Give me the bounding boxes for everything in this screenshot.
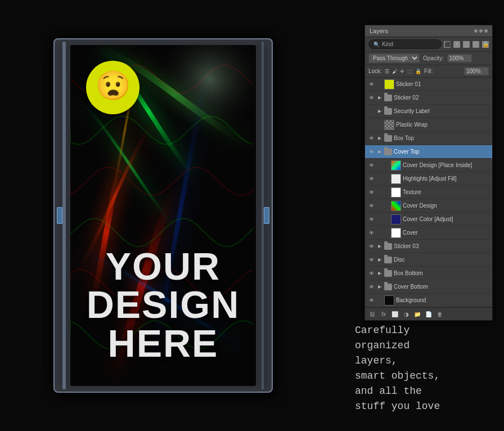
caption-line3: layers, [355, 355, 398, 366]
layer-row[interactable]: 👁▶Cover Top [365, 145, 492, 159]
layer-row[interactable]: ▶Security Label [365, 105, 492, 118]
filter-pixel-icon[interactable]: ⬛ [444, 41, 451, 48]
holographic-background: 😧 YOUR DESIGN HERE [70, 45, 256, 386]
layer-visibility-icon[interactable]: 👁 [367, 80, 375, 88]
layer-thumbnail [391, 174, 401, 184]
layer-row[interactable]: 👁▶Box Bottom [365, 267, 492, 280]
layer-row[interactable]: 👁Texture [365, 186, 492, 199]
layer-row[interactable]: 👁▶Disc [365, 253, 492, 267]
layer-row[interactable]: 👁Cover [365, 226, 492, 240]
layer-expand-icon[interactable] [377, 82, 382, 87]
search-kind-label: Kind [382, 41, 393, 47]
layer-expand-icon[interactable]: ▶ [377, 284, 382, 290]
layer-row[interactable]: 👁Cover Color [Adjust] [365, 213, 492, 226]
layer-expand-icon[interactable] [377, 230, 382, 236]
layer-row[interactable]: 👁Cover Design [365, 199, 492, 213]
layer-expand-icon[interactable] [377, 203, 382, 209]
layer-visibility-icon[interactable] [367, 107, 375, 115]
new-layer-button[interactable]: 📄 [425, 310, 433, 318]
layer-expand-icon[interactable]: ▶ [377, 136, 382, 141]
layer-expand-icon[interactable]: ▶ [377, 271, 382, 276]
layer-expand-icon[interactable]: ▶ [377, 244, 382, 249]
panel-lock-row: Lock: ☰ 🖌 ✛ ⬚ 🔒 Fill: 100% [365, 65, 492, 78]
layer-row[interactable]: 👁Background [365, 294, 492, 307]
layer-row[interactable]: 👁Sticker 01 [365, 78, 492, 91]
layer-visibility-icon[interactable]: 👁 [367, 202, 375, 210]
layer-visibility-icon[interactable]: 👁 [367, 216, 375, 223]
opacity-label: Opacity: [423, 55, 444, 61]
opacity-value: 100% [447, 54, 472, 62]
layer-visibility-icon[interactable]: 👁 [367, 243, 375, 250]
layer-expand-icon[interactable] [377, 190, 382, 195]
caption-line1: Carefully [355, 325, 410, 336]
layer-expand-icon[interactable] [377, 122, 382, 128]
layer-visibility-icon[interactable]: 👁 [367, 175, 375, 183]
layer-row[interactable]: 👁▶Box Top [365, 132, 492, 145]
layer-expand-icon[interactable]: ▶ [377, 109, 382, 114]
link-layers-button[interactable]: ⛓ [368, 310, 376, 318]
layer-visibility-icon[interactable]: 👁 [367, 94, 375, 102]
filter-lock-icon[interactable]: 🔒 [482, 41, 489, 48]
layer-visibility-icon[interactable]: 👁 [367, 283, 375, 291]
panel-dot-3 [484, 29, 488, 33]
layer-visibility-icon[interactable]: 👁 [367, 188, 375, 196]
fill-value: 100% [464, 67, 489, 75]
layer-row[interactable]: 👁▶Sticker 03 [365, 240, 492, 253]
layer-visibility-icon[interactable]: 👁 [367, 297, 375, 304]
layer-name-label: Cover Color [Adjust] [403, 216, 453, 222]
filter-shape-icon[interactable]: ◻ [463, 41, 470, 48]
folder-icon [384, 284, 392, 290]
layer-visibility-icon[interactable]: 👁 [367, 148, 375, 156]
lock-icon-padlock[interactable]: 🔒 [415, 69, 421, 74]
panel-dot-2 [479, 29, 483, 33]
layer-thumbnail [391, 228, 401, 238]
folder-icon [384, 243, 392, 250]
lock-icon-move[interactable]: ✛ [400, 69, 404, 74]
layer-expand-icon[interactable] [377, 163, 382, 168]
layer-name-label: Cover [403, 230, 418, 236]
fx-button[interactable]: fx [380, 310, 388, 318]
lock-icon-artboard[interactable]: ⬚ [407, 69, 412, 74]
design-line3: HERE [70, 324, 256, 363]
layer-thumbnail [391, 160, 401, 170]
caption-line5: and all the [355, 385, 422, 397]
layer-name-label: Sticker 01 [396, 81, 421, 87]
caption-line2: organized [355, 340, 410, 351]
design-line1: YOUR [70, 247, 256, 285]
layer-visibility-icon[interactable]: 👁 [367, 270, 375, 277]
layer-expand-icon[interactable]: ▶ [377, 95, 382, 101]
design-text-overlay: YOUR DESIGN HERE [70, 247, 256, 363]
folder-icon [384, 270, 392, 277]
layer-search-box[interactable]: 🔍 Kind [368, 39, 442, 49]
layer-expand-icon[interactable]: ▶ [377, 149, 382, 155]
design-line2: DESIGN [70, 285, 256, 324]
filter-adjust-icon[interactable]: T [453, 41, 460, 48]
add-mask-button[interactable]: ⬜ [391, 310, 399, 318]
layer-expand-icon[interactable] [377, 298, 382, 303]
layer-row[interactable]: 👁Cover Design [Place Inside] [365, 159, 492, 172]
layer-expand-icon[interactable] [377, 176, 382, 182]
caption-line6: stuff you love [355, 401, 440, 412]
new-adjustment-button[interactable]: ◑ [402, 310, 410, 318]
blend-mode-select[interactable]: Pass Through [368, 53, 420, 63]
layer-expand-icon[interactable] [377, 217, 382, 222]
layer-visibility-icon[interactable] [367, 121, 375, 129]
layer-name-label: Disc [394, 257, 404, 263]
new-group-button[interactable]: 📁 [413, 310, 421, 318]
layer-row[interactable]: 👁Highlights [Adjust Fill] [365, 172, 492, 186]
delete-layer-button[interactable]: 🗑 [436, 310, 444, 318]
layer-expand-icon[interactable]: ▶ [377, 257, 382, 263]
lock-icon-brush[interactable]: 🖌 [392, 69, 397, 74]
layer-visibility-icon[interactable]: 👁 [367, 161, 375, 169]
layer-name-label: Cover Design [Place Inside] [403, 162, 472, 168]
layer-thumbnail [391, 214, 401, 225]
layer-row[interactable]: 👁▶Sticker 02 [365, 91, 492, 105]
panel-search-row: 🔍 Kind ⬛ T ◻ ⬡ 🔒 [365, 37, 492, 52]
layer-row[interactable]: 👁▶Cover Bottom [365, 280, 492, 294]
layer-visibility-icon[interactable]: 👁 [367, 256, 375, 264]
layer-row[interactable]: Plastic Wrap [365, 118, 492, 132]
filter-smart-icon[interactable]: ⬡ [472, 41, 479, 48]
layer-visibility-icon[interactable]: 👁 [367, 229, 375, 237]
layer-visibility-icon[interactable]: 👁 [367, 134, 375, 142]
lock-icon-check[interactable]: ☰ [385, 69, 389, 74]
